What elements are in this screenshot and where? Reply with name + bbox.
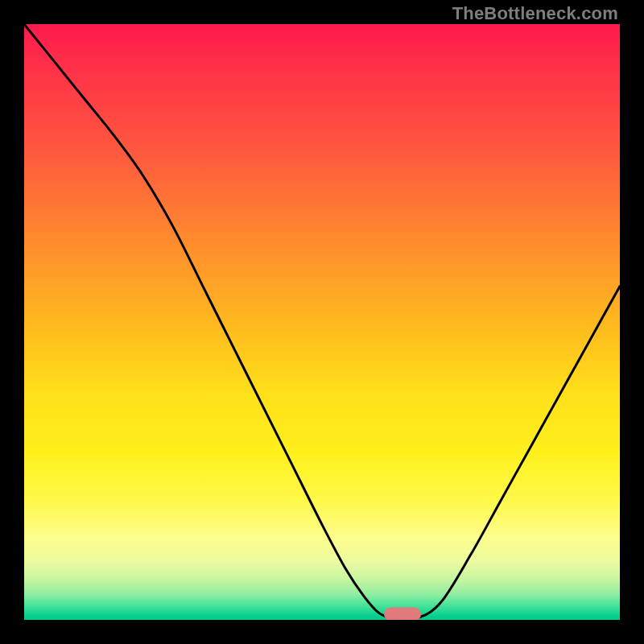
chart-frame: TheBottleneck.com <box>0 0 644 644</box>
bottleneck-curve <box>24 24 620 620</box>
plot-area <box>24 24 620 620</box>
optimal-point-marker <box>384 608 421 620</box>
watermark-text: TheBottleneck.com <box>452 3 618 24</box>
